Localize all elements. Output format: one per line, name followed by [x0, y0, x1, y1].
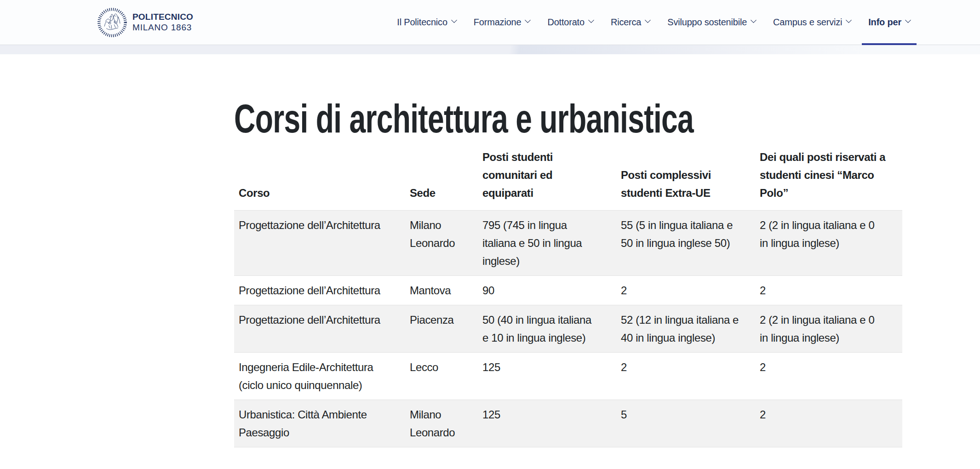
nav-label: Il Politecnico [397, 17, 447, 28]
main-nav: Il Politecnico Formazione Dottorato Rice… [397, 0, 910, 45]
column-header-posti-marco-polo: Dei quali posti riservati a studenti cin… [755, 144, 902, 211]
table-row: Ingegneria Edile-Architettura (ciclo uni… [234, 353, 902, 400]
site-header: POLITECNICO MILANO 1863 Il Politecnico F… [0, 0, 980, 45]
column-header-posti-extra-ue: Posti complessivi studenti Extra-UE [616, 144, 755, 211]
table-row: Progettazione dell’Architettura Piacenza… [234, 305, 902, 353]
logo-text-politecnico: POLITECNICO [132, 12, 193, 22]
politecnico-seal-icon [97, 7, 128, 38]
cell-posti-comunitari: 50 (40 in lingua italiana e 10 in lingua… [478, 305, 616, 353]
nav-label: Ricerca [611, 17, 641, 28]
chevron-down-icon [525, 17, 531, 23]
nav-label: Dottorato [547, 17, 584, 28]
chevron-down-icon [751, 17, 756, 23]
cell-sede: Piacenza [405, 305, 478, 353]
page-title: Corsi di architettura e urbanistica [234, 95, 980, 143]
column-header-corso: Corso [234, 144, 405, 211]
cell-sede: Milano Leonardo [405, 400, 478, 447]
column-header-sede: Sede [405, 144, 478, 211]
cell-corso: Progettazione dell’Architettura [234, 305, 405, 353]
courses-table: Corso Sede Posti studenti comunitari ed … [234, 144, 902, 447]
nav-label: Campus e servizi [773, 17, 842, 28]
main-content: Corsi di architettura e urbanistica Cors… [0, 95, 980, 447]
cell-posti-comunitari: 90 [478, 276, 616, 305]
header-decorative-band [0, 45, 980, 54]
cell-corso: Progettazione dell’Architettura [234, 276, 405, 305]
column-header-posti-comunitari: Posti studenti comunitari ed equiparati [478, 144, 616, 211]
chevron-down-icon [645, 17, 651, 23]
cell-corso: Ingegneria Edile-Architettura (ciclo uni… [234, 353, 405, 400]
chevron-down-icon [588, 17, 594, 23]
nav-item-info-per[interactable]: Info per [868, 0, 910, 45]
cell-posti-extra-ue: 2 [616, 276, 755, 305]
nav-label: Formazione [474, 17, 522, 28]
cell-posti-marco-polo: 2 [755, 400, 902, 447]
nav-item-sviluppo-sostenibile[interactable]: Sviluppo sostenibile [667, 0, 756, 45]
cell-posti-extra-ue: 5 [616, 400, 755, 447]
chevron-down-icon [905, 17, 911, 23]
nav-item-dottorato[interactable]: Dottorato [547, 0, 593, 45]
cell-corso: Progettazione dell’Architettura [234, 211, 405, 276]
nav-item-campus-e-servizi[interactable]: Campus e servizi [773, 0, 851, 45]
cell-sede: Milano Leonardo [405, 211, 478, 276]
cell-posti-extra-ue: 2 [616, 353, 755, 400]
table-row: Progettazione dell’Architettura Mantova … [234, 276, 902, 305]
cell-posti-comunitari: 795 (745 in lingua italiana e 50 in ling… [478, 211, 616, 276]
cell-posti-comunitari: 125 [478, 400, 616, 447]
chevron-down-icon [846, 17, 852, 23]
table-row: Urbanistica: Città Ambiente Paesaggio Mi… [234, 400, 902, 447]
logo-text-milano: MILANO 1863 [132, 23, 193, 33]
cell-sede: Lecco [405, 353, 478, 400]
nav-label: Info per [868, 17, 901, 28]
cell-posti-comunitari: 125 [478, 353, 616, 400]
cell-posti-extra-ue: 52 (12 in lingua italiana e 40 in lingua… [616, 305, 755, 353]
cell-posti-marco-polo: 2 [755, 276, 902, 305]
cell-posti-marco-polo: 2 (2 in lingua italiana e 0 in lingua in… [755, 305, 902, 353]
nav-item-ricerca[interactable]: Ricerca [611, 0, 650, 45]
cell-posti-marco-polo: 2 [755, 353, 902, 400]
politecnico-logo[interactable]: POLITECNICO MILANO 1863 [97, 7, 193, 38]
cell-posti-marco-polo: 2 (2 in lingua italiana e 0 in lingua in… [755, 211, 902, 276]
nav-item-formazione[interactable]: Formazione [474, 0, 530, 45]
cell-sede: Mantova [405, 276, 478, 305]
cell-posti-extra-ue: 55 (5 in lingua italiana e 50 in lingua … [616, 211, 755, 276]
table-row: Progettazione dell’Architettura Milano L… [234, 211, 902, 276]
nav-item-il-politecnico[interactable]: Il Politecnico [397, 0, 456, 45]
cell-corso: Urbanistica: Città Ambiente Paesaggio [234, 400, 405, 447]
chevron-down-icon [451, 17, 457, 23]
nav-label: Sviluppo sostenibile [667, 17, 747, 28]
table-header-row: Corso Sede Posti studenti comunitari ed … [234, 144, 902, 211]
